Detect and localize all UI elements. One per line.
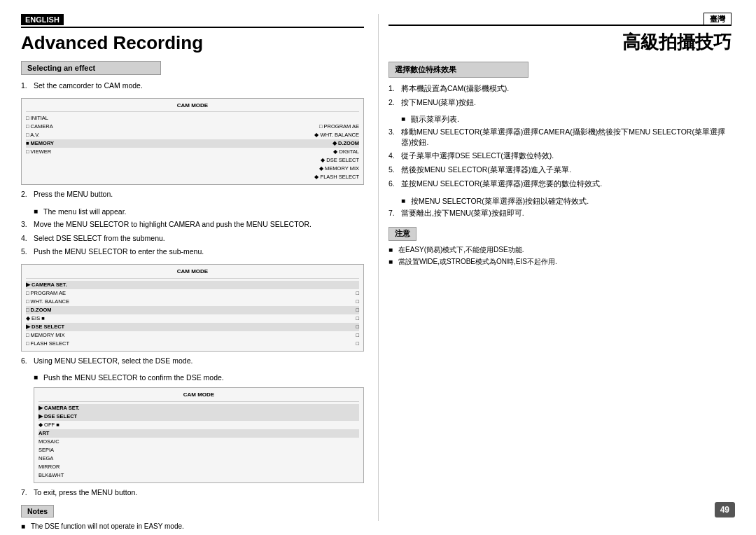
right-bullet-2: ■ 按MENU SELECTOR(菜單選擇器)按鈕以確定特效式. — [401, 196, 732, 207]
right-steps-3: 7. 當要離出,按下MENU(菜單)按鈕即可. — [388, 208, 732, 218]
right-steps: 1. 將本機設置為CAM(攝影機模式). 2. 按下MENU(菜單)按鈕. — [388, 83, 732, 107]
cam-mode-box-2: CAM MODE ▶ CAMERA SET. □ PROGRAM AE □ □ … — [21, 264, 364, 352]
right-steps-2: 3. 移動MENU SELECTOR(菜單選擇器)選擇CAMERA(攝影機)然後… — [388, 127, 732, 188]
steps-list-5: 7. To exit, press the MENU button. — [21, 487, 364, 498]
page: ENGLISH Advanced Recording Selecting an … — [0, 0, 756, 535]
step-7: 7. To exit, press the MENU button. — [21, 487, 364, 498]
notes-header: Notes — [21, 505, 54, 517]
steps-list-2: 2. Press the MENU button. — [21, 189, 364, 200]
right-step-3: 3. 移動MENU SELECTOR(菜單選擇器)選擇CAMERA(攝影機)然後… — [388, 127, 732, 147]
right-step-1: 1. 將本機設置為CAM(攝影機模式). — [388, 83, 732, 94]
right-title: 高級拍攝技巧 — [388, 30, 732, 55]
english-badge: ENGLISH — [21, 14, 64, 25]
right-panel: 臺灣 高級拍攝技巧 選擇數位特殊效果 1. 將本機設置為CAM(攝影機模式). … — [388, 14, 732, 269]
cam-mode-box-3: CAM MODE ▶ CAMERA SET. ▶ DSE SELECT ◆ OF… — [34, 387, 364, 483]
right-note-2: ■ 當設置WIDE,或STROBE模式為ON時,EIS不起作用. — [388, 257, 732, 267]
right-bullet-1: ■ 顯示菜單列表. — [401, 114, 732, 125]
page-number: 49 — [715, 502, 735, 517]
section-header-right: 選擇數位特殊效果 — [388, 62, 528, 78]
note-1: ■ The DSE function will not operate in E… — [21, 522, 364, 531]
bullet-2: ■ Push the MENU SELECTOR to confirm the … — [34, 373, 364, 383]
notes-section: Notes ■ The DSE function will not operat… — [21, 505, 364, 535]
step-5: 5. Push the MENU SELECTOR to enter the s… — [21, 246, 364, 257]
left-title: Advanced Recording — [21, 32, 364, 54]
steps-list-4: 6. Using MENU SELECTOR, select the DSE m… — [21, 356, 364, 366]
taiwan-badge: 臺灣 — [704, 13, 732, 25]
right-step-2: 2. 按下MENU(菜單)按鈕. — [388, 97, 732, 108]
right-step-5: 5. 然後按MENU SELECTOR(菜單選擇器)進入子菜單. — [388, 165, 732, 175]
steps-list: 1. Set the camcorder to CAM mode. — [21, 81, 364, 91]
step-3: 3. Move the MENU SELECTOR to highlight C… — [21, 219, 364, 230]
right-notes-section: 注意 ■ 在EASY(簡易)模式下,不能使用DSE功能. ■ 當設置WIDE,或… — [388, 227, 732, 267]
header-line-right — [388, 25, 732, 26]
english-badge-container: ENGLISH — [21, 14, 364, 27]
taiwan-badge-container: 臺灣 — [388, 14, 732, 25]
bullet-1: ■ The menu list will appear. — [34, 207, 364, 217]
step-6: 6. Using MENU SELECTOR, select the DSE m… — [21, 356, 364, 366]
header-line-left — [21, 27, 364, 28]
step-2: 2. Press the MENU button. — [21, 189, 364, 200]
cam-mode-box-1: CAM MODE □ INITIAL □ CAMERA □ PROGRAM AE… — [21, 98, 364, 186]
step-1: 1. Set the camcorder to CAM mode. — [21, 81, 364, 91]
right-step-7: 7. 當要離出,按下MENU(菜單)按鈕即可. — [388, 208, 732, 218]
right-note-1: ■ 在EASY(簡易)模式下,不能使用DSE功能. — [388, 245, 732, 255]
vertical-divider — [378, 14, 379, 521]
step-4: 4. Select DSE SELECT from the submenu. — [21, 233, 364, 244]
right-step-6: 6. 並按MENU SELECTOR(菜單選擇器)選擇您要的數位特效式. — [388, 179, 732, 189]
steps-list-3: 3. Move the MENU SELECTOR to highlight C… — [21, 219, 364, 257]
section-header-left: Selecting an effect — [21, 61, 161, 75]
right-notes-header: 注意 — [388, 227, 416, 241]
right-step-4: 4. 從子菜單中選擇DSE SELECT(選擇數位特效). — [388, 151, 732, 161]
left-panel: ENGLISH Advanced Recording Selecting an … — [21, 14, 364, 535]
